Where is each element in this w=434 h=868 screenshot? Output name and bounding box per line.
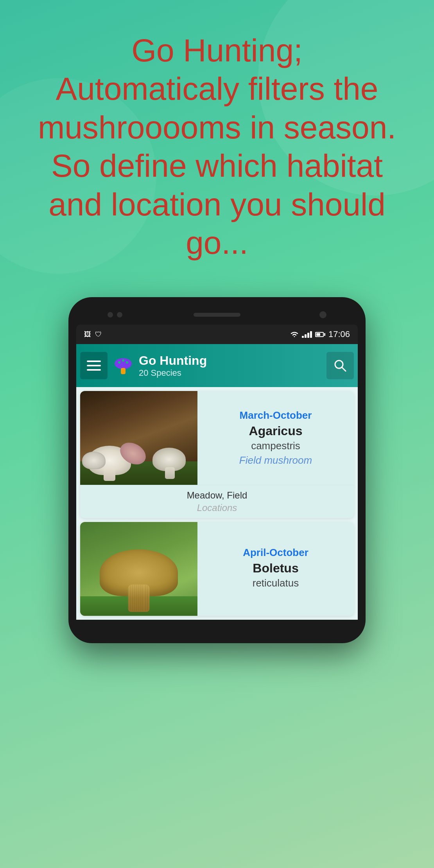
app-logo (111, 354, 135, 377)
svg-rect-1 (121, 368, 126, 374)
battery-tip (324, 333, 325, 336)
card-bottom-0: Meadow, Field Locations (80, 485, 354, 518)
status-bar: 🖼 🛡 (76, 325, 358, 344)
signal-bar-3 (307, 333, 309, 338)
card-common-0: Field mushroom (239, 454, 312, 466)
card-season-1: April-October (243, 547, 308, 559)
battery-fill (316, 333, 320, 336)
hero-section: Go Hunting; Automaticaly filters the mus… (0, 0, 434, 285)
card-genus-1: Boletus (253, 561, 298, 576)
card-top-1: April-October Boletus reticulatus (80, 522, 354, 616)
card-info-1: April-October Boletus reticulatus (197, 522, 354, 616)
phone-mockup: 🖼 🛡 (0, 297, 434, 643)
phone-camera (319, 311, 326, 318)
menu-line-1 (87, 360, 101, 362)
menu-button[interactable] (80, 352, 108, 379)
mushroom-card-0[interactable]: March-October Agaricus campestris Field … (80, 391, 354, 518)
phone-speaker (194, 313, 240, 317)
sensor-2 (117, 312, 122, 317)
card-habitat-0: Meadow, Field (88, 490, 346, 501)
phone-bottom (76, 620, 358, 628)
card-info-0: March-October Agaricus campestris Field … (197, 391, 354, 485)
card-locations-0: Locations (88, 502, 346, 513)
app-title: Go Hunting (139, 353, 323, 368)
status-right-icons: 17:06 (290, 329, 350, 339)
svg-line-6 (342, 367, 346, 371)
shield-icon: 🛡 (95, 330, 102, 339)
card-image-0 (80, 391, 197, 485)
app-subtitle: 20 Species (139, 368, 323, 378)
card-top-0: March-October Agaricus campestris Field … (80, 391, 354, 485)
search-icon (333, 359, 347, 373)
svg-point-3 (122, 359, 124, 362)
card-season-0: March-October (240, 409, 312, 421)
wifi-icon (290, 331, 299, 338)
content-area: March-October Agaricus campestris Field … (76, 387, 358, 620)
search-button[interactable] (326, 352, 354, 379)
battery-icon (315, 332, 325, 337)
app-bar: Go Hunting 20 Species (76, 344, 358, 387)
signal-bar-2 (305, 334, 307, 338)
card-species-1: reticulatus (253, 577, 299, 589)
battery-body (315, 332, 324, 337)
sensor-1 (108, 312, 113, 317)
status-left-icons: 🖼 🛡 (84, 330, 102, 339)
phone-top-bar (76, 309, 358, 321)
card-genus-0: Agaricus (249, 424, 303, 438)
card-species-0: campestris (251, 440, 300, 452)
svg-point-2 (118, 361, 120, 364)
svg-point-4 (126, 361, 128, 364)
signal-bar-4 (310, 331, 312, 338)
phone-body: 🖼 🛡 (68, 297, 366, 643)
mushroom-card-1[interactable]: April-October Boletus reticulatus (80, 522, 354, 616)
phone-sensors (108, 312, 122, 317)
menu-line-3 (87, 369, 101, 371)
hero-title: Go Hunting; Automaticaly filters the mus… (23, 31, 411, 262)
image-icon: 🖼 (84, 330, 91, 339)
card-image-1 (80, 522, 197, 616)
signal-bar-1 (302, 336, 304, 338)
menu-line-2 (87, 365, 101, 366)
status-time: 17:06 (328, 329, 350, 339)
signal-icon (302, 331, 312, 338)
app-title-group: Go Hunting 20 Species (139, 353, 323, 378)
